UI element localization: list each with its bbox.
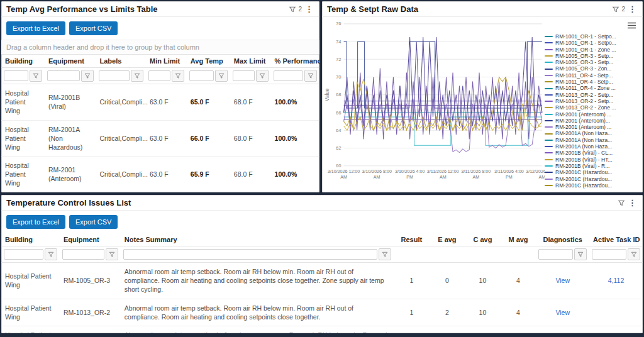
filter-menu-button[interactable]: [106, 248, 118, 260]
filter-menu-button[interactable]: [172, 70, 184, 82]
legend-item[interactable]: RM-2001 (Anteroom) ...: [545, 124, 616, 130]
legend-item[interactable]: RM-1005_OR-3 - Setp...: [545, 53, 616, 59]
filter-input-notes-summary[interactable]: [123, 249, 377, 260]
filter-input-avg-temp[interactable]: [189, 70, 214, 81]
filter-icon[interactable]: [612, 6, 619, 13]
legend-item[interactable]: RM-1013_OR-2 - Zone ...: [545, 104, 616, 111]
legend-item[interactable]: RM-2001 (Anteroom)...: [545, 118, 616, 124]
filter-menu-button[interactable]: [215, 70, 228, 82]
filter-input-active-task-id[interactable]: [592, 249, 626, 260]
column-header-active-task-id[interactable]: Active Task ID: [589, 233, 643, 246]
filter-menu-button[interactable]: [304, 70, 317, 82]
legend-item[interactable]: RM-1001_OR-1 - Setpo...: [545, 33, 616, 40]
active-task-id-link[interactable]: 4,112: [608, 277, 625, 284]
diagnostics-view-link[interactable]: View: [555, 309, 570, 316]
column-header-equipment[interactable]: Equipment: [45, 55, 96, 68]
kebab-menu-icon[interactable]: ⋮: [304, 4, 314, 14]
legend-label: RM-2001C (Hazardou...: [555, 182, 612, 189]
table-row: Hospital Patient WingRM-1011_OR-4Abnorma…: [1, 326, 643, 333]
x-tick-label: AM: [440, 175, 447, 180]
filter-menu-button[interactable]: [628, 248, 640, 260]
group-by-drop-zone[interactable]: Drag a column header and drop it here to…: [1, 40, 319, 55]
export-excel-button[interactable]: Export to Excel: [6, 21, 65, 35]
table-cell: 63.0 F: [146, 157, 187, 192]
legend-item[interactable]: RM-2001A (Non Haza...: [545, 130, 616, 136]
filter-menu-button[interactable]: [256, 70, 269, 82]
export-excel-button[interactable]: Export to Excel: [6, 215, 65, 229]
panel-header: Temp Avg Performance vs Limits Table 2 ⋮: [1, 1, 319, 17]
filter-menu-button[interactable]: [30, 70, 42, 82]
legend-label: RM-2001A (Non Haza...: [555, 137, 612, 143]
column-header-notes-summary[interactable]: Notes Summary: [121, 233, 394, 246]
column-header-diagnostics[interactable]: Diagnostics: [536, 233, 589, 246]
filter-input-equipment[interactable]: [47, 70, 80, 81]
legend-item[interactable]: RM-1011_OR-4 - Setp...: [545, 79, 616, 85]
legend-item[interactable]: RM-2001C (Hazardou...: [545, 182, 616, 189]
column-header-result[interactable]: Result: [394, 233, 430, 246]
column-header-building[interactable]: Building: [1, 55, 45, 68]
legend-item[interactable]: RM-1011_OR-4 - Zone ...: [545, 85, 616, 91]
legend-item[interactable]: RM-2001C (Hazardou...: [545, 169, 616, 175]
legend-marker-icon: [545, 94, 553, 96]
filter-icon: [109, 251, 115, 258]
legend-item[interactable]: RM-2001 (Anteroom) ...: [545, 111, 616, 118]
filter-input-diagnostics[interactable]: [538, 249, 573, 260]
column-header-avg-temp[interactable]: Avg Temp: [187, 55, 230, 68]
table-cell: 68.0 F: [230, 120, 271, 157]
table-cell: 1: [394, 299, 430, 326]
column-header-max-limit[interactable]: Max Limit: [230, 55, 271, 68]
legend-item[interactable]: RM-2001A (Non Haza...: [545, 137, 616, 143]
legend-item[interactable]: RM-2001C (Hazardou...: [545, 176, 616, 182]
filter-input-max-limit[interactable]: [233, 70, 255, 81]
legend-label: RM-2001 (Anteroom) ...: [555, 111, 611, 118]
performance-table-scroll[interactable]: BuildingEquipmentLabelsMin LimitAvg Temp…: [1, 55, 319, 192]
legend-label: RM-1013_OR-2 - Setp...: [555, 98, 613, 104]
legend-item[interactable]: RM-1001_OR-1 - Setpo...: [545, 40, 616, 46]
column-header-c-avg[interactable]: C avg: [465, 233, 501, 246]
legend-item[interactable]: RM-1001_OR-1 - Zone ...: [545, 47, 616, 53]
filter-menu-button[interactable]: [131, 70, 143, 82]
chart-menu-icon[interactable]: [627, 19, 640, 32]
export-csv-button[interactable]: Export CSV: [69, 215, 118, 229]
filter-input-building[interactable]: [4, 249, 43, 260]
filter-icon: [175, 73, 181, 79]
legend-item[interactable]: RM-2001A (Non Haza...: [545, 143, 616, 150]
filter-menu-button[interactable]: [379, 248, 391, 260]
export-csv-button[interactable]: Export CSV: [69, 21, 118, 35]
legend-item[interactable]: RM-1013_OR-2 - Setp...: [545, 98, 616, 104]
column-header-building[interactable]: Building: [1, 233, 60, 246]
filter-input-building[interactable]: [4, 70, 28, 81]
kebab-menu-icon[interactable]: ⋮: [627, 198, 638, 207]
dashboard: Temp Avg Performance vs Limits Table 2 ⋮…: [0, 0, 644, 337]
filter-icon[interactable]: [618, 199, 625, 207]
filter-menu-button[interactable]: [574, 248, 587, 260]
diagnostics-view-link[interactable]: View: [555, 277, 570, 284]
issues-table-scroll[interactable]: BuildingEquipmentNotes SummaryResultE av…: [1, 233, 643, 333]
legend-item[interactable]: RM-2001B (Viral) - CL...: [545, 150, 616, 156]
filter-icon: [134, 73, 140, 79]
table-cell: [589, 299, 643, 326]
column-header-min-limit[interactable]: Min Limit: [146, 55, 187, 68]
column-header-e-avg[interactable]: E avg: [430, 233, 465, 246]
x-tick-label: PM: [406, 175, 413, 180]
filter-input-min-limit[interactable]: [148, 70, 170, 81]
filter-input--performance[interactable]: [274, 70, 303, 81]
legend-item[interactable]: RM-1005_OR-3 - Setp...: [545, 59, 616, 65]
legend-marker-icon: [545, 49, 553, 50]
legend-item[interactable]: RM-1013_OR-2 - Setp...: [545, 92, 616, 98]
kebab-menu-icon[interactable]: ⋮: [627, 4, 638, 14]
column-header-m-avg[interactable]: M avg: [501, 233, 536, 246]
filter-menu-button[interactable]: [45, 248, 57, 260]
legend-item[interactable]: RM-1011_OR-4 - Setp...: [545, 72, 616, 79]
column-header--performance[interactable]: % Performance: [271, 55, 319, 68]
legend-item[interactable]: RM-2001B (Viral) - R...: [545, 163, 616, 169]
filter-icon[interactable]: [289, 6, 296, 13]
filter-input-equipment[interactable]: [62, 249, 104, 260]
legend-item[interactable]: RM-2001B (Viral) - HT...: [545, 157, 616, 163]
column-header-equipment[interactable]: Equipment: [60, 233, 121, 246]
y-tick-label: 76: [336, 21, 341, 26]
legend-item[interactable]: RM-1005_OR-3 - Zon...: [545, 65, 616, 72]
filter-input-labels[interactable]: [99, 70, 130, 81]
column-header-labels[interactable]: Labels: [96, 55, 146, 68]
filter-menu-button[interactable]: [81, 70, 94, 82]
